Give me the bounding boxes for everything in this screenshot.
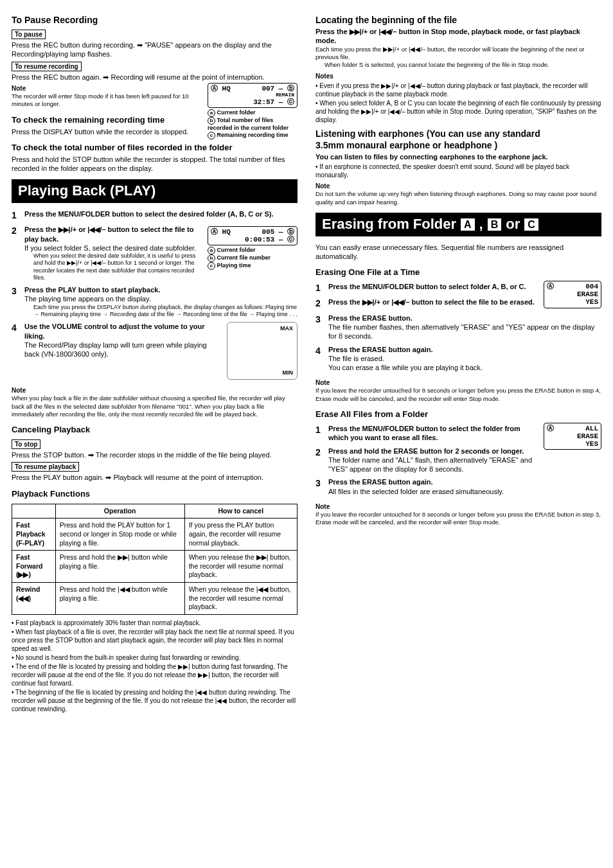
e1-step4: Press the ERASE button again. bbox=[328, 345, 601, 354]
lcd-illustration: Ⓐ004 ERASE YES bbox=[544, 281, 601, 308]
playback-steps: 1 Press the MENU/FOLDER button to select… bbox=[12, 209, 298, 382]
to-pause-label: To pause bbox=[12, 30, 46, 39]
to-resume-rec-label: To resume recording bbox=[12, 62, 82, 71]
erase-all-heading: Erase All Files from a Folder bbox=[315, 409, 601, 420]
table-row: Rewind (◀◀) Press and hold the |◀◀ butto… bbox=[12, 583, 298, 615]
e1-step1: Press the MENU/FOLDER button to select f… bbox=[328, 282, 540, 291]
play-step3: Press the PLAY button to start playback. bbox=[24, 285, 298, 294]
e1-step4-text1: The file is erased. bbox=[328, 354, 601, 363]
lcd-illustration: ⒶALL ERASE YES bbox=[544, 423, 601, 450]
folder-a-icon: A bbox=[460, 218, 475, 231]
lcd-illustration: Ⓐ HQ005 — ⓑ 0:00:53 — ⓒ bbox=[208, 226, 298, 245]
to-resume-play-text: Press the PLAY button again. Playback wi… bbox=[12, 473, 298, 482]
list-item: Fast playback is approximately 30% faste… bbox=[12, 619, 298, 627]
e1-note-heading: Note bbox=[315, 378, 601, 387]
play-note-heading: Note bbox=[12, 386, 298, 394]
list-item: When fast playback of a file is over, th… bbox=[12, 628, 298, 653]
resume-rec-text: Press the REC button again. Recording wi… bbox=[12, 73, 298, 82]
pause-text: Press the REC button during recording. "… bbox=[12, 40, 298, 59]
e1-step3-text: The file number flashes, then alternativ… bbox=[328, 323, 601, 341]
pause-heading: To Pause Recording bbox=[12, 14, 298, 26]
arrow-icon bbox=[103, 73, 109, 81]
play-note-text: When you play back a file in the date su… bbox=[12, 394, 298, 418]
e1-step2: Press the ▶▶|/+ or |◀◀/– button to selec… bbox=[328, 297, 540, 306]
display-figure-2: Ⓐ HQ005 — ⓑ 0:00:53 — ⓒ a Current folder… bbox=[208, 225, 298, 270]
e2-step3-text: All files in the selected folder are era… bbox=[328, 487, 601, 496]
erase-all-figure: ⒶALL ERASE YES bbox=[544, 421, 601, 451]
earphones-heading2: 3.5mm monaural earphone or headphone ) bbox=[315, 139, 601, 151]
earphones-note-heading: Note bbox=[315, 182, 601, 190]
arrow-icon bbox=[88, 451, 94, 459]
to-resume-play-label: To resume playback bbox=[12, 462, 79, 472]
e2-step2-text: The folder name and "ALL" flash, then al… bbox=[328, 456, 540, 474]
th-cancel: How to cancel bbox=[184, 504, 297, 518]
list-item: No sound is heard from the built-in spea… bbox=[12, 653, 298, 662]
earphone-bullet: If an earphone is connected, the speaker… bbox=[315, 163, 601, 179]
play-step1: Press the MENU/FOLDER button to select t… bbox=[24, 209, 298, 218]
arrow-icon bbox=[137, 41, 143, 49]
e1-note: If you leave the recorder untouched for … bbox=[315, 387, 601, 403]
e2-step2: Press and hold the ERASE button for 2 se… bbox=[328, 447, 540, 456]
playback-functions-table: Operation How to cancel Fast Playback(F-… bbox=[12, 504, 298, 615]
erasing-title: Erasing from Folder A , B or C bbox=[315, 213, 601, 236]
earphones-heading1: Listening with earphones (You can use an… bbox=[315, 128, 601, 139]
canceling-playback-heading: Canceling Playback bbox=[12, 425, 298, 436]
to-stop-text: Press the STOP button. The recorder stop… bbox=[12, 450, 298, 459]
to-stop-label: To stop bbox=[12, 439, 40, 449]
lcd-illustration: Ⓐ HQ007 — ⓑ REMAIN 32:57 — ⓒ bbox=[208, 83, 298, 108]
playback-functions-heading: Playback Functions bbox=[12, 489, 298, 500]
list-item: Even if you press the ▶▶|/+ or |◀◀/– but… bbox=[315, 82, 601, 98]
right-column: Locating the beginning of the file Press… bbox=[315, 10, 601, 714]
play-step3-sub1: The playing time appears on the display. bbox=[24, 294, 298, 303]
erase-one-figure: Ⓐ004 ERASE YES bbox=[544, 279, 601, 309]
table-row: Fast Forward(▶▶) Press and hold the ▶▶| … bbox=[12, 551, 298, 583]
locating-notes-heading: Notes bbox=[315, 72, 601, 80]
locating-heading: Locating the beginning of the file bbox=[315, 14, 601, 26]
list-item: If an earphone is connected, the speaker… bbox=[315, 163, 601, 179]
earphones-bold: You can listen to files by connecting ea… bbox=[315, 152, 601, 161]
list-item: When you select folder A, B or C you can… bbox=[315, 99, 601, 124]
left-column: To Pause Recording To pause Press the RE… bbox=[12, 10, 298, 714]
th-operation: Operation bbox=[55, 504, 184, 518]
e2-step1: Press the MENU/FOLDER button to select t… bbox=[328, 424, 540, 443]
arrow-icon bbox=[105, 474, 111, 481]
check-total-text: Press and hold the STOP button while the… bbox=[12, 155, 298, 173]
th-blank bbox=[12, 504, 56, 518]
display-figure-1: Ⓐ HQ007 — ⓑ REMAIN 32:57 — ⓒ a Current f… bbox=[208, 82, 298, 139]
play-step3-sub2: Each time you press the DISPLAY button d… bbox=[33, 304, 298, 319]
folder-c-icon: C bbox=[524, 218, 539, 231]
volume-figure: MAX MIN bbox=[227, 322, 298, 380]
table-row: Fast Playback(F-PLAY) Press and hold the… bbox=[12, 518, 298, 551]
playing-back-title: Playing Back (PLAY) bbox=[12, 179, 298, 203]
e2-note: If you leave the recorder untouched for … bbox=[315, 511, 601, 527]
list-item: The beginning of the file is located by … bbox=[12, 688, 298, 713]
e1-step4-text2: You can erase a file while you are playi… bbox=[328, 363, 601, 372]
check-total-heading: To check the total number of files recor… bbox=[12, 143, 298, 154]
e2-note-heading: Note bbox=[315, 502, 601, 511]
locating-bold: Press the ▶▶|/+ or |◀◀/– button in Stop … bbox=[315, 27, 601, 46]
folder-b-icon: B bbox=[487, 218, 502, 231]
erase-intro: You can easily erase unnecessary files. … bbox=[315, 243, 601, 261]
erase-one-heading: Erasing One File at a Time bbox=[315, 267, 601, 278]
e1-step3: Press the ERASE button. bbox=[328, 314, 601, 323]
locating-text1: Each time you press the ▶▶|/+ or |◀◀/– b… bbox=[315, 46, 601, 62]
playback-bullets: Fast playback is approximately 30% faste… bbox=[12, 619, 298, 713]
e2-step3: Press the ERASE button again. bbox=[328, 477, 601, 486]
earphones-note: Do not turn the volume up very high when… bbox=[315, 190, 601, 206]
locating-text2: When folder S is selected, you cannot lo… bbox=[324, 61, 601, 69]
page-columns: To Pause Recording To pause Press the RE… bbox=[12, 10, 601, 714]
list-item: The end of the file is located by pressi… bbox=[12, 662, 298, 687]
locating-notes: Even if you press the ▶▶|/+ or |◀◀/– but… bbox=[315, 82, 601, 124]
